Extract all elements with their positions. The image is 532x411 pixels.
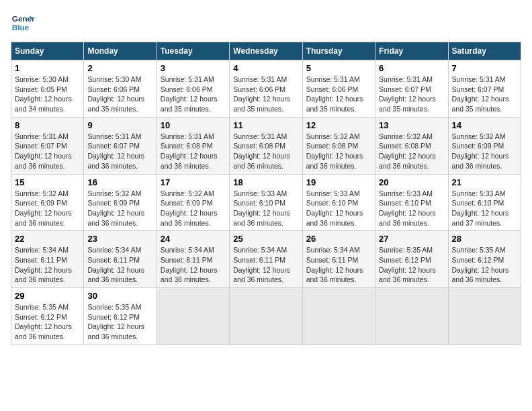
day-detail: Sunrise: 5:32 AM Sunset: 6:09 PM Dayligh… xyxy=(87,189,152,228)
calendar-cell xyxy=(375,288,448,345)
dow-header: Saturday xyxy=(448,42,521,60)
calendar-week-row: 29Sunrise: 5:35 AM Sunset: 6:12 PM Dayli… xyxy=(11,288,521,345)
day-number: 27 xyxy=(379,234,444,244)
calendar-cell: 21Sunrise: 5:33 AM Sunset: 6:10 PM Dayli… xyxy=(448,174,521,231)
calendar-cell: 17Sunrise: 5:32 AM Sunset: 6:09 PM Dayli… xyxy=(157,174,229,231)
calendar-cell: 1Sunrise: 5:30 AM Sunset: 6:05 PM Daylig… xyxy=(11,60,84,118)
dow-header: Friday xyxy=(375,42,448,60)
calendar-cell: 8Sunrise: 5:31 AM Sunset: 6:07 PM Daylig… xyxy=(11,117,84,174)
day-detail: Sunrise: 5:31 AM Sunset: 6:07 PM Dayligh… xyxy=(452,75,517,114)
day-number: 11 xyxy=(233,120,298,130)
day-number: 21 xyxy=(452,177,517,187)
day-detail: Sunrise: 5:30 AM Sunset: 6:06 PM Dayligh… xyxy=(87,75,152,114)
day-detail: Sunrise: 5:32 AM Sunset: 6:09 PM Dayligh… xyxy=(15,189,80,228)
day-detail: Sunrise: 5:34 AM Sunset: 6:11 PM Dayligh… xyxy=(306,245,371,285)
calendar-cell: 11Sunrise: 5:31 AM Sunset: 6:08 PM Dayli… xyxy=(230,117,302,174)
day-number: 2 xyxy=(87,63,152,73)
calendar-cell: 13Sunrise: 5:32 AM Sunset: 6:08 PM Dayli… xyxy=(375,117,448,174)
day-detail: Sunrise: 5:32 AM Sunset: 6:08 PM Dayligh… xyxy=(379,132,444,171)
calendar-week-row: 15Sunrise: 5:32 AM Sunset: 6:09 PM Dayli… xyxy=(11,174,521,231)
calendar-week-row: 8Sunrise: 5:31 AM Sunset: 6:07 PM Daylig… xyxy=(11,117,521,174)
calendar-table: SundayMondayTuesdayWednesdayThursdayFrid… xyxy=(11,42,521,345)
day-detail: Sunrise: 5:32 AM Sunset: 6:09 PM Dayligh… xyxy=(452,132,517,171)
day-number: 4 xyxy=(233,63,298,73)
day-number: 22 xyxy=(15,234,80,244)
calendar-cell xyxy=(230,288,302,345)
svg-text:Blue: Blue xyxy=(12,23,30,32)
calendar-cell: 3Sunrise: 5:31 AM Sunset: 6:06 PM Daylig… xyxy=(157,60,229,118)
calendar-cell: 24Sunrise: 5:34 AM Sunset: 6:11 PM Dayli… xyxy=(157,231,229,288)
day-detail: Sunrise: 5:31 AM Sunset: 6:07 PM Dayligh… xyxy=(379,75,444,114)
day-number: 8 xyxy=(15,120,80,130)
day-number: 29 xyxy=(15,291,80,301)
calendar-cell: 27Sunrise: 5:35 AM Sunset: 6:12 PM Dayli… xyxy=(375,231,448,288)
day-number: 3 xyxy=(161,63,226,73)
calendar-body: 1Sunrise: 5:30 AM Sunset: 6:05 PM Daylig… xyxy=(11,60,521,345)
calendar-cell: 23Sunrise: 5:34 AM Sunset: 6:11 PM Dayli… xyxy=(84,231,157,288)
calendar-cell: 16Sunrise: 5:32 AM Sunset: 6:09 PM Dayli… xyxy=(84,174,157,231)
day-number: 9 xyxy=(87,120,152,130)
day-number: 15 xyxy=(15,177,80,187)
calendar-cell: 15Sunrise: 5:32 AM Sunset: 6:09 PM Dayli… xyxy=(11,174,84,231)
day-number: 24 xyxy=(161,234,226,244)
day-number: 1 xyxy=(15,63,80,73)
calendar-week-row: 1Sunrise: 5:30 AM Sunset: 6:05 PM Daylig… xyxy=(11,60,521,118)
calendar-cell: 4Sunrise: 5:31 AM Sunset: 6:06 PM Daylig… xyxy=(230,60,302,118)
calendar-cell: 14Sunrise: 5:32 AM Sunset: 6:09 PM Dayli… xyxy=(448,117,521,174)
day-detail: Sunrise: 5:32 AM Sunset: 6:08 PM Dayligh… xyxy=(306,132,371,171)
day-detail: Sunrise: 5:31 AM Sunset: 6:06 PM Dayligh… xyxy=(233,75,298,114)
calendar-cell: 20Sunrise: 5:33 AM Sunset: 6:10 PM Dayli… xyxy=(375,174,448,231)
day-number: 30 xyxy=(87,291,152,301)
day-number: 17 xyxy=(161,177,226,187)
calendar-cell xyxy=(302,288,375,345)
calendar-cell: 28Sunrise: 5:35 AM Sunset: 6:12 PM Dayli… xyxy=(448,231,521,288)
day-detail: Sunrise: 5:35 AM Sunset: 6:12 PM Dayligh… xyxy=(379,245,444,285)
dow-header: Monday xyxy=(84,42,157,60)
calendar-cell: 7Sunrise: 5:31 AM Sunset: 6:07 PM Daylig… xyxy=(448,60,521,118)
calendar-cell: 6Sunrise: 5:31 AM Sunset: 6:07 PM Daylig… xyxy=(375,60,448,118)
logo-icon: General Blue xyxy=(11,11,35,35)
calendar-cell: 10Sunrise: 5:31 AM Sunset: 6:08 PM Dayli… xyxy=(157,117,229,174)
calendar-cell: 25Sunrise: 5:34 AM Sunset: 6:11 PM Dayli… xyxy=(230,231,302,288)
header: General Blue xyxy=(11,11,521,35)
day-number: 6 xyxy=(379,63,444,73)
day-number: 13 xyxy=(379,120,444,130)
day-detail: Sunrise: 5:31 AM Sunset: 6:06 PM Dayligh… xyxy=(306,75,371,114)
day-number: 19 xyxy=(306,177,371,187)
day-detail: Sunrise: 5:34 AM Sunset: 6:11 PM Dayligh… xyxy=(87,245,152,285)
calendar-cell: 9Sunrise: 5:31 AM Sunset: 6:07 PM Daylig… xyxy=(84,117,157,174)
day-detail: Sunrise: 5:31 AM Sunset: 6:06 PM Dayligh… xyxy=(161,75,226,114)
calendar-cell: 18Sunrise: 5:33 AM Sunset: 6:10 PM Dayli… xyxy=(230,174,302,231)
day-detail: Sunrise: 5:34 AM Sunset: 6:11 PM Dayligh… xyxy=(233,245,298,285)
calendar-cell xyxy=(157,288,229,345)
dow-header: Tuesday xyxy=(157,42,229,60)
logo: General Blue xyxy=(11,11,35,35)
day-detail: Sunrise: 5:32 AM Sunset: 6:09 PM Dayligh… xyxy=(161,189,226,228)
day-detail: Sunrise: 5:35 AM Sunset: 6:12 PM Dayligh… xyxy=(15,302,80,342)
day-number: 18 xyxy=(233,177,298,187)
calendar-cell xyxy=(448,288,521,345)
calendar-cell: 5Sunrise: 5:31 AM Sunset: 6:06 PM Daylig… xyxy=(302,60,375,118)
day-number: 7 xyxy=(452,63,517,73)
day-detail: Sunrise: 5:33 AM Sunset: 6:10 PM Dayligh… xyxy=(452,189,517,228)
days-of-week-row: SundayMondayTuesdayWednesdayThursdayFrid… xyxy=(11,42,521,60)
day-number: 20 xyxy=(379,177,444,187)
calendar-cell: 30Sunrise: 5:35 AM Sunset: 6:12 PM Dayli… xyxy=(84,288,157,345)
dow-header: Wednesday xyxy=(230,42,302,60)
day-number: 5 xyxy=(306,63,371,73)
calendar-cell: 12Sunrise: 5:32 AM Sunset: 6:08 PM Dayli… xyxy=(302,117,375,174)
day-number: 10 xyxy=(161,120,226,130)
calendar-cell: 2Sunrise: 5:30 AM Sunset: 6:06 PM Daylig… xyxy=(84,60,157,118)
calendar-week-row: 22Sunrise: 5:34 AM Sunset: 6:11 PM Dayli… xyxy=(11,231,521,288)
day-number: 28 xyxy=(452,234,517,244)
day-detail: Sunrise: 5:33 AM Sunset: 6:10 PM Dayligh… xyxy=(379,189,444,228)
dow-header: Sunday xyxy=(11,42,84,60)
day-number: 25 xyxy=(233,234,298,244)
calendar-cell: 26Sunrise: 5:34 AM Sunset: 6:11 PM Dayli… xyxy=(302,231,375,288)
day-detail: Sunrise: 5:35 AM Sunset: 6:12 PM Dayligh… xyxy=(452,245,517,285)
dow-header: Thursday xyxy=(302,42,375,60)
day-number: 23 xyxy=(87,234,152,244)
day-detail: Sunrise: 5:30 AM Sunset: 6:05 PM Dayligh… xyxy=(15,75,80,114)
calendar-cell: 29Sunrise: 5:35 AM Sunset: 6:12 PM Dayli… xyxy=(11,288,84,345)
calendar-cell: 22Sunrise: 5:34 AM Sunset: 6:11 PM Dayli… xyxy=(11,231,84,288)
